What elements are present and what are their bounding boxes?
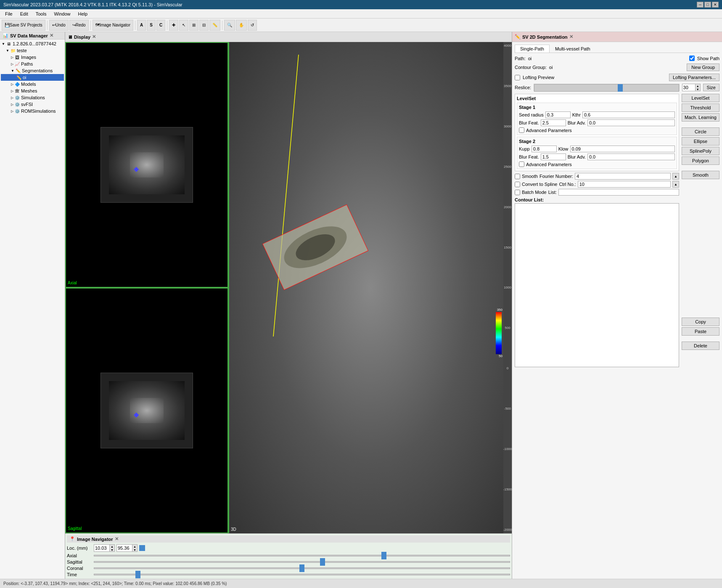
image-navigator-button[interactable]: 🗺 Image Navigator [93,20,133,31]
contour-list-area[interactable] [515,203,679,367]
toolbar-grid[interactable]: ⊞ [189,20,198,31]
tree-root[interactable]: ▼ 🖥 1.2.826.0...07877442 [1,40,64,47]
loc-up-2[interactable]: ▲ [132,545,137,548]
ctrl-no-input[interactable] [578,181,671,188]
reslice-input[interactable] [682,85,695,90]
blur-feat-input[interactable] [541,119,566,126]
restore-button[interactable]: □ [704,2,711,8]
data-manager-close[interactable]: ✕ [50,33,53,38]
smooth-checkbox[interactable] [515,174,520,179]
batch-list-input[interactable] [558,189,679,196]
delete-button[interactable]: Delete [682,342,719,350]
sagittal-view[interactable]: ◆ Sagittal [65,288,228,533]
reslice-down[interactable]: ▼ [695,87,700,91]
menu-edit[interactable]: Edit [17,11,32,17]
close-button[interactable]: ✕ [712,2,719,8]
axial-view[interactable]: ◆ Axial [65,42,228,288]
menu-help[interactable]: Help [75,11,91,17]
tree-item-oi[interactable]: ✏️ oi [1,74,64,81]
menu-tools[interactable]: Tools [32,11,50,17]
undo-button[interactable]: ↩ Undo [49,20,69,31]
toolbar-btn-s[interactable]: S [147,20,156,31]
navigator-close[interactable]: ✕ [115,536,119,542]
batch-mode-label: Batch Mode [522,190,547,195]
blur-adv2-input[interactable] [587,154,675,160]
toolbar-grid2[interactable]: ⊟ [199,20,209,31]
btn-spacer-4 [682,190,719,316]
polygon-button[interactable]: Polygon [682,156,719,165]
new-group-button[interactable]: New Group [687,64,719,71]
reslice-slider[interactable] [534,84,679,92]
threshold-button[interactable]: Threshold [682,103,719,112]
blur-feat2-input[interactable] [541,154,566,160]
kupp-input[interactable] [532,146,557,152]
toolbar-pan[interactable]: ✋ [236,20,247,31]
tree-item-paths[interactable]: ▷ 📈 Paths [1,61,64,67]
loc-down-2[interactable]: ▼ [132,548,137,551]
blur-adv-input[interactable] [587,119,675,126]
toolbar-btn-c[interactable]: C [156,20,165,31]
tree-item-teste[interactable]: ▼ 📁 teste [1,47,64,54]
advanced-params-checkbox-2[interactable] [519,162,524,167]
seed-radius-input[interactable] [545,111,571,118]
tree-item-svfsi[interactable]: ▷ ⚙️ svFSI [1,101,64,108]
lofting-parameters-button[interactable]: Lofting Parameters... [669,74,719,81]
mach-learning-button[interactable]: Mach. Learning [682,113,719,122]
tree-item-images[interactable]: ▷ 🖼 Images [1,54,64,61]
menu-window[interactable]: Window [50,11,74,17]
tree-item-romsimulations[interactable]: ▷ ⚙️ ROMSimulations [1,108,64,114]
fourier-up[interactable]: ▲ [672,173,679,180]
loc-input-2[interactable] [117,545,132,551]
tree-rom-label: ROMSimulations [21,109,56,114]
axial-slider[interactable] [94,555,510,556]
lofting-preview-checkbox[interactable] [515,75,520,80]
time-slider[interactable] [94,574,510,575]
tree-item-segmentations[interactable]: ▼ ✏️ Segmentations [1,67,64,74]
seg-panel-close[interactable]: ✕ [569,34,573,40]
splinepoly-button[interactable]: SplinePoly [682,147,719,155]
reslice-spinbox[interactable]: ▲ ▼ [682,84,701,91]
redo-button[interactable]: ↪ Redo [69,20,89,31]
convert-spline-checkbox[interactable] [515,182,520,187]
display-close[interactable]: ✕ [92,34,96,40]
levelset-button[interactable]: LevelSet [682,94,719,102]
loc-spinbox-2[interactable]: ▲ ▼ [116,544,138,552]
toolbar-btn-a[interactable]: A [137,20,146,31]
kthr-input[interactable] [582,111,675,118]
tree-item-simulations[interactable]: ▷ ⚙️ Simulations [1,94,64,101]
toolbar-cursor[interactable]: ✚ [169,20,178,31]
tree-item-models[interactable]: ▷ 🔷 Models [1,81,64,87]
ctrl-no-up[interactable]: ▲ [672,181,679,188]
loc-down-1[interactable]: ▼ [109,548,114,551]
toolbar-pointer[interactable]: ↖ [179,20,188,31]
klow-input[interactable] [570,146,675,152]
menu-file[interactable]: File [2,11,16,17]
tab-multi-vessel[interactable]: Multi-vessel Path [550,45,596,53]
loc-input-1[interactable] [94,545,109,551]
smooth-button[interactable]: Smooth [682,171,719,179]
toolbar-rotate[interactable]: ↺ [248,20,257,31]
sagittal-slider[interactable] [94,561,510,563]
coronal-slider[interactable] [94,567,510,569]
copy-button[interactable]: Copy [682,318,719,326]
advanced-params-checkbox-1[interactable] [519,127,524,133]
batch-mode-checkbox[interactable] [515,190,520,195]
circle-button[interactable]: Circle [682,127,719,136]
size-button[interactable]: Size [703,84,719,91]
toolbar-measure[interactable]: 📏 [209,20,220,31]
save-projects-button[interactable]: 💾 Save SV Projects [2,20,45,31]
tab-single-path[interactable]: Single-Path [515,45,550,53]
reslice-slider-track[interactable] [534,84,679,91]
loc-spinbox-1[interactable]: ▲ ▼ [94,544,115,552]
three-d-view[interactable]: 4000 3500 3000 2500 2000 1500 1000 500 0… [229,42,512,533]
toolbar-zoom[interactable]: 🔍 [224,20,235,31]
minimize-button[interactable]: ─ [697,2,703,8]
show-path-checkbox[interactable] [689,56,695,61]
reslice-up[interactable]: ▲ [695,84,700,87]
ellipse-button[interactable]: Ellipse [682,137,719,146]
loc-up-1[interactable]: ▲ [109,545,114,548]
tree-teste-label: teste [17,48,27,53]
paste-button[interactable]: Paste [682,327,719,336]
tree-item-meshes[interactable]: ▷ 🕸 Meshes [1,87,64,94]
fourier-input[interactable] [575,173,671,180]
